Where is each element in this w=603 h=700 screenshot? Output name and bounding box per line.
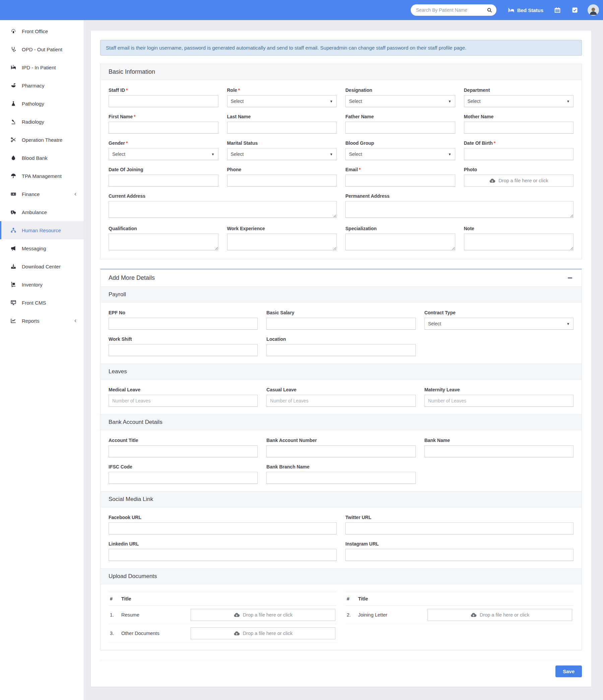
sidebar-item-messaging[interactable]: Messaging (0, 239, 84, 257)
department-select[interactable]: Select▼ (464, 95, 574, 107)
sidebar-item-operation-theatre[interactable]: Operation Theatre (0, 131, 84, 149)
linkedin-url-input[interactable] (108, 549, 337, 561)
form-row: Account TitleBank Account NumberBank Nam… (108, 438, 574, 457)
note-textarea[interactable] (464, 233, 574, 250)
field-mother-name: Mother Name (464, 114, 574, 134)
department-select-value: Select (468, 99, 481, 104)
date-of-joining-input[interactable] (108, 175, 219, 186)
caret-down-icon: ▼ (448, 152, 452, 156)
document-row-joining-letter: 2.Joining LetterDrop a file here or clic… (345, 606, 574, 624)
photo-label: Photo (464, 167, 574, 172)
bed-status-button[interactable]: Bed Status (508, 7, 543, 14)
sidebar-item-tpa-management[interactable]: TPA Management (0, 167, 84, 185)
resume-dropzone[interactable]: Drop a file here or click (191, 609, 335, 621)
medical-leave-label: Medical Leave (108, 387, 258, 392)
sidebar-item-pharmacy[interactable]: Pharmacy (0, 76, 84, 95)
field-specialization: Specialization (345, 226, 455, 252)
gender-select[interactable]: Select▼ (108, 148, 219, 160)
bank-account-details-title: Bank Account Details (101, 414, 582, 430)
account-title-input[interactable] (108, 445, 258, 457)
father-name-input[interactable] (345, 122, 455, 134)
sidebar-item-blood-bank[interactable]: Blood Bank (0, 149, 84, 167)
qualification-textarea[interactable] (108, 233, 219, 250)
drop-label: Drop a file here or click (243, 612, 293, 618)
search-input[interactable] (416, 7, 487, 13)
staff-id-input[interactable] (108, 95, 219, 107)
designation-select[interactable]: Select▼ (345, 95, 455, 107)
joining-letter-dropzone[interactable]: Drop a file here or click (427, 609, 572, 621)
calendar-icon[interactable] (554, 7, 561, 14)
drop-label: Drop a file here or click (499, 178, 548, 183)
casual-leave-input[interactable] (266, 395, 416, 407)
specialization-textarea[interactable] (345, 233, 455, 250)
search-icon[interactable] (487, 7, 493, 13)
facebook-url-input[interactable] (108, 522, 337, 534)
first-name-input[interactable] (108, 122, 219, 134)
sidebar-item-opd-out-patient[interactable]: OPD - Out Patient (0, 40, 84, 58)
bank-account-number-label: Bank Account Number (266, 438, 416, 443)
ifsc-code-input[interactable] (108, 472, 258, 484)
sidebar-item-reports[interactable]: Reports (0, 311, 84, 330)
sidebar-item-ipd-in-patient[interactable]: IPD - In Patient (0, 58, 84, 76)
blood-group-select[interactable]: Select▼ (345, 148, 455, 160)
sidebar-item-pathology[interactable]: Pathology (0, 95, 84, 112)
sidebar-item-ambulance[interactable]: Ambulance (0, 203, 84, 221)
location-input[interactable] (266, 344, 416, 356)
sidebar-item-front-cms[interactable]: Front CMS (0, 294, 84, 311)
field-phone: Phone (227, 167, 337, 186)
avatar[interactable] (587, 4, 599, 16)
bank-name-input[interactable] (424, 445, 574, 457)
instagram-url-input[interactable] (345, 549, 574, 561)
marital-status-select[interactable]: Select▼ (227, 148, 337, 160)
twitter-url-input[interactable] (345, 522, 574, 534)
photo-dropzone[interactable]: Drop a file here or click (464, 175, 574, 186)
sidebar-item-finance[interactable]: Finance (0, 185, 84, 203)
field-contract-type: Contract TypeSelect▼ (424, 310, 574, 330)
tasks-icon[interactable] (572, 7, 578, 14)
drop-label: Drop a file here or click (243, 631, 293, 636)
sidebar-item-radiology[interactable]: Radiology (0, 112, 84, 131)
current-address-textarea[interactable] (108, 201, 337, 218)
permanent-address-textarea[interactable] (345, 201, 574, 218)
last-name-input[interactable] (227, 122, 337, 134)
bank-branch-name-input[interactable] (266, 472, 416, 484)
collapse-icon[interactable] (567, 276, 574, 280)
field-work-shift: Work Shift (108, 336, 258, 356)
reports-icon (10, 318, 17, 324)
date-of-birth-input[interactable] (464, 148, 574, 160)
sidebar-item-human-resource[interactable]: Human Resource (0, 221, 84, 239)
work-experience-textarea[interactable] (227, 233, 337, 250)
contract-type-select[interactable]: Select▼ (424, 318, 574, 330)
mother-name-input[interactable] (464, 122, 574, 134)
role-select[interactable]: Select▼ (227, 95, 337, 107)
field-blood-group: Blood GroupSelect▼ (345, 141, 455, 160)
save-button[interactable]: Save (555, 666, 582, 677)
field-ifsc-code: IFSC Code (108, 464, 258, 484)
casual-leave-label: Casual Leave (266, 387, 416, 392)
operation-theatre-icon (10, 137, 17, 143)
patient-search[interactable] (411, 4, 497, 16)
work-shift-input[interactable] (108, 344, 258, 356)
epf-no-input[interactable] (108, 318, 258, 330)
maternity-leave-input[interactable] (424, 395, 574, 407)
sidebar-item-label: TPA Management (22, 173, 78, 179)
chevron-left-icon (73, 192, 78, 196)
caret-down-icon: ▼ (567, 100, 570, 103)
sidebar: Front OfficeOPD - Out PatientIPD - In Pa… (0, 20, 84, 700)
note-label: Note (464, 226, 574, 231)
field-permanent-address: Permanent Address (345, 193, 574, 219)
download-center-icon (10, 264, 17, 269)
medical-leave-input[interactable] (108, 395, 258, 407)
marital-status-label: Marital Status (227, 141, 337, 146)
sidebar-item-download-center[interactable]: Download Center (0, 257, 84, 275)
sidebar-item-inventory[interactable]: Inventory (0, 275, 84, 294)
basic-salary-input[interactable] (266, 318, 416, 330)
other-documents-dropzone[interactable]: Drop a file here or click (191, 627, 335, 639)
sidebar-item-front-office[interactable]: Front Office (0, 22, 84, 40)
caret-down-icon: ▼ (448, 100, 452, 103)
bed-status-label: Bed Status (517, 7, 543, 13)
phone-input[interactable] (227, 175, 337, 186)
field-note: Note (464, 226, 574, 252)
email-input[interactable] (345, 175, 455, 186)
bank-account-number-input[interactable] (266, 445, 416, 457)
